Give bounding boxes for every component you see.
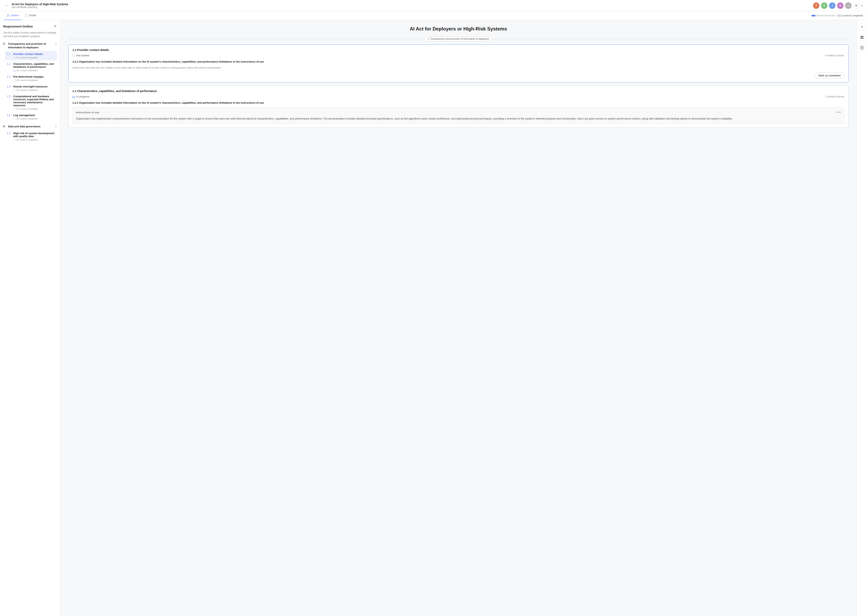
svg-rect-2 (861, 38, 862, 39)
evidence-block: Instructions of use ••• Organisation has… (73, 107, 844, 124)
header-subtitle: Job candidate matching (12, 6, 68, 9)
avatar-j[interactable]: J (829, 2, 835, 9)
outline-item-1-6-status-text: 0/1 control completed (16, 118, 38, 120)
outline-item-1-2-num: 1.2 (7, 62, 12, 65)
control-card-2[interactable]: 1.1 Characteristics, capabilities, and l… (68, 86, 848, 128)
avatar-g[interactable]: G (821, 2, 828, 9)
tab-bar: ☰ Outline 📄 Guide 2/12 controls complete… (0, 11, 867, 20)
sidebar-title: Requirement Outline (3, 25, 33, 28)
close-sidebar-button[interactable]: ✕ (54, 24, 57, 28)
outline-item-1-2[interactable]: 1.2 Characteristics, capabilities, and l… (5, 61, 57, 73)
section-header-1[interactable]: 1. Transparency and provision of informa… (3, 42, 57, 49)
avatar-m[interactable]: M (837, 2, 843, 9)
outline-item-1-1-status-text: 0/1 control completed (16, 57, 38, 59)
control-hint-1: Select the card and use the toolbar on t… (73, 66, 844, 70)
outline-item-1-3-status: 0/1 control completed (13, 79, 44, 82)
progress-bar-bg (812, 15, 835, 16)
avatar-t[interactable]: T (813, 2, 820, 9)
status-circle-2-1 (13, 138, 16, 141)
control-card-2-status-row: In progress 1 evidence blocks (73, 95, 844, 98)
divider-label: 1. Transparency and provision of informa… (424, 36, 492, 41)
status-label-2: In progress (76, 95, 90, 98)
header-main-title: AI Act for Deployers of High-Risk System… (12, 3, 68, 6)
status-badge-1: Not started (73, 54, 89, 57)
right-toolbar: + (857, 20, 867, 616)
outline-item-1-2-content: Characteristics, capabilities, and limit… (13, 62, 55, 72)
tab-guide[interactable]: 📄 Guide (22, 11, 39, 20)
section-1-chevron: ∨ (55, 42, 57, 45)
control-card-1-status-row: Not started 0 evidence blocks (73, 54, 844, 57)
control-card-2-header: 1.1 Characteristics, capabilities, and l… (73, 90, 844, 93)
outline-item-1-1-content: Provider contact details 0/1 control com… (13, 53, 43, 59)
clearfix-1: Mark as completed (73, 72, 844, 79)
top-header: ← AI Act for Deployers of High-Risk Syst… (0, 0, 867, 11)
grid-icon (860, 36, 864, 39)
status-dot-progress-2 (73, 95, 75, 98)
outline-item-1-5-num: 1.5 (7, 95, 12, 98)
evidence-block-title: Instructions of use (76, 111, 99, 114)
control-requirement-1: 1.2.1 Organisation has included detailed… (73, 60, 844, 64)
document-icon (861, 46, 864, 50)
add-evidence-button[interactable]: + (858, 23, 865, 30)
sidebar-description: Use this outline of policy requirements … (3, 31, 57, 38)
outline-item-2-1-title: High-risk AI system development with qua… (13, 132, 55, 138)
control-card-2-label: 1.1 Characteristics, capabilities, and l… (73, 90, 157, 93)
section-2-label: Data and data governance (8, 125, 54, 128)
outline-item-1-4-content: Human oversight measures 0/1 control com… (13, 85, 47, 91)
outline-item-1-1-status: 0/1 control completed (13, 57, 43, 59)
outline-item-2-1[interactable]: 2.1 High-risk AI system development with… (5, 130, 57, 143)
page-title: AI Act for Deployers or High-Risk System… (68, 26, 848, 32)
status-circle-progress-1-2 (13, 69, 16, 72)
grid-view-button[interactable] (858, 34, 865, 41)
outline-item-1-6-status: 0/1 control completed (13, 118, 38, 120)
outline-item-1-5-status: 0/1 control completed (13, 108, 55, 110)
outline-item-1-5-title: Computational and hardware resources, ex… (13, 95, 55, 107)
tab-outline-label: Outline (11, 14, 19, 17)
outline-item-1-2-status-text: 0/1 control completed (16, 69, 38, 72)
document-view-button[interactable] (858, 44, 865, 51)
status-circle-1-4 (13, 89, 16, 91)
outline-item-1-5[interactable]: 1.5 Computational and hardware resources… (5, 93, 57, 112)
avatar-overflow[interactable]: +3 (845, 2, 851, 9)
content-area: AI Act for Deployers or High-Risk System… (60, 20, 857, 616)
outline-item-1-2-status: 0/1 control completed (13, 69, 55, 72)
evidence-dots-menu[interactable]: ••• (837, 110, 841, 115)
outline-item-1-1-num: 1.1 (7, 53, 12, 55)
outline-item-1-4-title: Human oversight measures (13, 85, 47, 88)
outline-item-1-4-num: 1.4 (7, 85, 12, 88)
header-left: ← AI Act for Deployers of High-Risk Syst… (4, 3, 68, 9)
back-button[interactable]: ← (4, 3, 9, 8)
section-header-2[interactable]: 2. Data and data governance ∨ (3, 125, 57, 128)
chevron-down-icon[interactable]: ∨ (861, 4, 863, 7)
progress-area: 2/12 controls completed (812, 14, 863, 17)
tab-outline[interactable]: ☰ Outline (4, 11, 22, 20)
svg-rect-1 (862, 36, 863, 37)
control-card-1-header: 1.1 Provider contact details (73, 48, 844, 52)
sidebar: Requirement Outline ✕ Use this outline o… (0, 20, 60, 616)
outline-item-1-1-title: Provider contact details (13, 53, 43, 55)
outline-item-1-4[interactable]: 1.4 Human oversight measures 0/1 control… (5, 83, 57, 93)
outline-item-1-4-status: 0/1 control completed (13, 89, 47, 91)
section-2-chevron: ∨ (55, 125, 57, 128)
outline-item-1-6-num: 1.6 (7, 114, 12, 117)
control-card-1-label: 1.1 Provider contact details (73, 48, 109, 52)
evidence-count-1: 0 evidence blocks (825, 54, 844, 57)
outline-item-1-3-status-text: 0/1 control completed (16, 79, 38, 82)
mark-completed-button[interactable]: Mark as completed (815, 72, 844, 79)
outline-item-1-3-num: 1.3 (7, 75, 12, 78)
outline-item-1-1[interactable]: 1.1 Provider contact details 0/1 control… (5, 51, 57, 60)
outline-item-2-1-num: 2.1 (7, 132, 12, 135)
outline-item-1-3[interactable]: 1.3 Pre-determined changes 0/1 control c… (5, 74, 57, 83)
outline-item-1-6-content: Log management 0/1 control completed (13, 114, 38, 120)
outline-item-2-1-status: 0/1 control completed (13, 138, 55, 141)
outline-item-1-6[interactable]: 1.6 Log management 0/1 control completed (5, 112, 57, 121)
status-badge-2: In progress (73, 95, 90, 98)
control-card-1[interactable]: 1.1 Provider contact details Not started… (68, 44, 848, 82)
sidebar-header: Requirement Outline ✕ (3, 24, 57, 28)
evidence-count-2: 1 evidence blocks (825, 95, 844, 98)
outline-item-1-4-status-text: 0/1 control completed (16, 89, 38, 91)
svg-rect-0 (861, 36, 862, 37)
avatar-k[interactable]: K (853, 2, 859, 9)
status-circle-1-6 (13, 118, 16, 120)
outline-item-1-3-title: Pre-determined changes (13, 75, 44, 78)
